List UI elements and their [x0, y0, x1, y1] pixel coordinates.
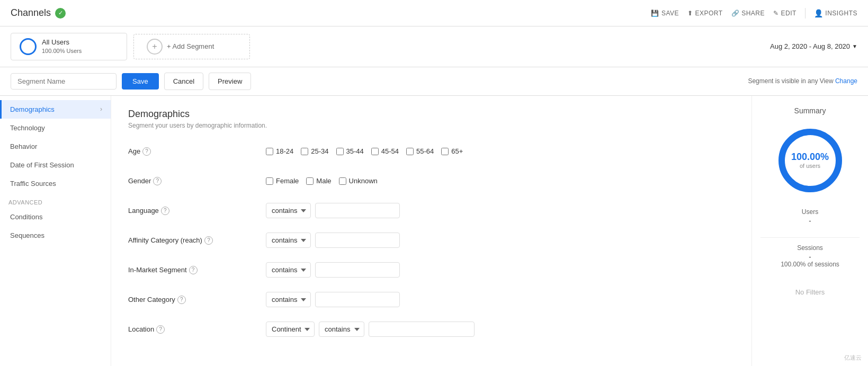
- age-65-plus[interactable]: 65+: [441, 147, 463, 155]
- sidebar-item-label: Sequences: [10, 231, 44, 239]
- save-icon: 💾: [651, 10, 659, 17]
- age-35-44[interactable]: 35-44: [336, 147, 364, 155]
- top-bar-actions: 💾 SAVE ⬆ EXPORT 🔗 SHARE ✎ EDIT 👤 INSIGHT…: [651, 8, 857, 19]
- segment-left: All Users 100.00% Users + + Add Segment: [11, 33, 250, 60]
- location-label: Location ?: [128, 325, 266, 334]
- date-range-picker[interactable]: Aug 2, 2020 - Aug 8, 2020 ▼: [770, 42, 857, 50]
- affinity-controls: contains: [266, 233, 400, 248]
- sidebar-item-conditions[interactable]: Conditions: [0, 208, 111, 226]
- sidebar-item-label: Demographics: [10, 105, 55, 113]
- language-input[interactable]: [315, 203, 400, 218]
- insights-action-btn[interactable]: 👤 INSIGHTS: [814, 9, 857, 17]
- edit-action-btn[interactable]: ✎ EDIT: [773, 10, 797, 17]
- change-link[interactable]: Change: [835, 77, 857, 85]
- users-label: Users: [802, 208, 818, 216]
- watermark-text: 亿速云: [844, 354, 862, 362]
- edit-label: EDIT: [781, 10, 796, 17]
- share-action-btn[interactable]: 🔗 SHARE: [731, 10, 765, 17]
- in-market-dropdown[interactable]: contains: [266, 262, 311, 278]
- age-25-34[interactable]: 25-34: [301, 147, 328, 155]
- other-category-dropdown[interactable]: contains: [266, 292, 311, 307]
- share-icon: 🔗: [731, 10, 740, 17]
- all-users-segment[interactable]: All Users 100.00% Users: [11, 33, 127, 60]
- no-filters-label: No Filters: [795, 288, 825, 296]
- sidebar-item-behavior[interactable]: Behavior: [0, 137, 111, 156]
- gender-male-checkbox[interactable]: [306, 177, 314, 185]
- sidebar-item-sequences[interactable]: Sequences: [0, 226, 111, 245]
- save-button[interactable]: Save: [122, 73, 159, 90]
- visibility-text: Segment is visible in any View: [748, 77, 833, 85]
- preview-button[interactable]: Preview: [209, 73, 251, 90]
- language-row: Language ? contains: [128, 201, 735, 220]
- sidebar: Demographics › Technology Behavior Date …: [0, 96, 111, 366]
- location-type-dropdown[interactable]: Continent Country Region City: [266, 322, 315, 337]
- age-help-icon[interactable]: ?: [142, 147, 151, 156]
- cancel-button[interactable]: Cancel: [164, 73, 203, 90]
- location-condition-dropdown[interactable]: contains matches: [319, 322, 364, 337]
- segment-info: All Users 100.00% Users: [42, 38, 82, 56]
- export-icon: ⬆: [687, 10, 693, 17]
- segment-pct: 100.00% Users: [42, 47, 82, 55]
- sidebar-item-label: Technology: [10, 124, 45, 132]
- gender-unknown-checkbox[interactable]: [339, 177, 346, 185]
- gender-help-icon[interactable]: ?: [153, 177, 162, 185]
- age-25-34-checkbox[interactable]: [301, 148, 308, 155]
- gender-female[interactable]: Female: [266, 177, 299, 185]
- donut-text: 100.00% of users: [791, 151, 829, 169]
- sidebar-item-technology[interactable]: Technology: [0, 119, 111, 137]
- sidebar-item-label: Traffic Sources: [10, 180, 56, 188]
- in-market-help-icon[interactable]: ?: [189, 266, 198, 274]
- add-segment-btn[interactable]: + + Add Segment: [133, 34, 250, 59]
- edit-icon: ✎: [773, 10, 779, 17]
- segment-name-input[interactable]: [11, 73, 117, 90]
- affinity-dropdown[interactable]: contains: [266, 233, 311, 248]
- insights-label: INSIGHTS: [825, 10, 857, 17]
- affinity-input[interactable]: [315, 233, 400, 248]
- affinity-help-icon[interactable]: ?: [204, 236, 213, 245]
- segment-toolbar: Save Cancel Preview Segment is visible i…: [0, 67, 868, 96]
- advanced-section-label: Advanced: [0, 193, 111, 208]
- sessions-pct-label: 100.00% of sessions: [781, 261, 839, 268]
- age-label: Age ?: [128, 147, 266, 156]
- save-label: SAVE: [661, 10, 679, 17]
- date-range-text: Aug 2, 2020 - Aug 8, 2020: [770, 42, 850, 50]
- age-45-54[interactable]: 45-54: [371, 147, 399, 155]
- other-category-input[interactable]: [315, 292, 400, 307]
- sidebar-item-demographics[interactable]: Demographics ›: [0, 100, 111, 119]
- save-action-btn[interactable]: 💾 SAVE: [651, 10, 679, 17]
- age-18-24[interactable]: 18-24: [266, 147, 293, 155]
- add-segment-label: + Add Segment: [167, 42, 214, 50]
- gender-male[interactable]: Male: [306, 177, 331, 185]
- age-55-64-checkbox[interactable]: [406, 148, 414, 155]
- age-18-24-checkbox[interactable]: [266, 148, 273, 155]
- other-category-label: Other Category ?: [128, 296, 266, 304]
- summary-divider: [760, 237, 860, 238]
- users-value: -: [802, 217, 818, 225]
- gender-unknown[interactable]: Unknown: [339, 177, 378, 185]
- gender-female-checkbox[interactable]: [266, 177, 273, 185]
- location-input[interactable]: [369, 322, 475, 337]
- age-35-44-checkbox[interactable]: [336, 148, 344, 155]
- in-market-input[interactable]: [315, 262, 400, 278]
- age-55-64[interactable]: 55-64: [406, 147, 434, 155]
- share-label: SHARE: [741, 10, 765, 17]
- other-category-help-icon[interactable]: ?: [177, 296, 186, 304]
- sessions-stat: Sessions - 100.00% of sessions: [781, 244, 839, 269]
- language-help-icon[interactable]: ?: [161, 207, 169, 215]
- sidebar-item-traffic-sources[interactable]: Traffic Sources: [0, 174, 111, 193]
- sidebar-item-date-of-first-session[interactable]: Date of First Session: [0, 156, 111, 174]
- verified-icon: ✓: [55, 8, 66, 19]
- donut-percentage: 100.00%: [791, 151, 829, 163]
- age-45-54-checkbox[interactable]: [371, 148, 379, 155]
- language-dropdown[interactable]: contains: [266, 203, 311, 218]
- location-row: Location ? Continent Country Region City…: [128, 320, 735, 339]
- sidebar-item-label: Date of First Session: [10, 161, 74, 169]
- sessions-label: Sessions: [781, 244, 839, 252]
- age-65-plus-checkbox[interactable]: [441, 148, 449, 155]
- donut-chart: 100.00% of users: [773, 123, 847, 198]
- location-help-icon[interactable]: ?: [156, 325, 165, 334]
- chevron-right-icon: ›: [100, 105, 102, 113]
- age-row: Age ? 18-24 25-34 35-44 45-54 55-64: [128, 142, 735, 161]
- affinity-row: Affinity Category (reach) ? contains: [128, 231, 735, 250]
- export-action-btn[interactable]: ⬆ EXPORT: [687, 10, 723, 17]
